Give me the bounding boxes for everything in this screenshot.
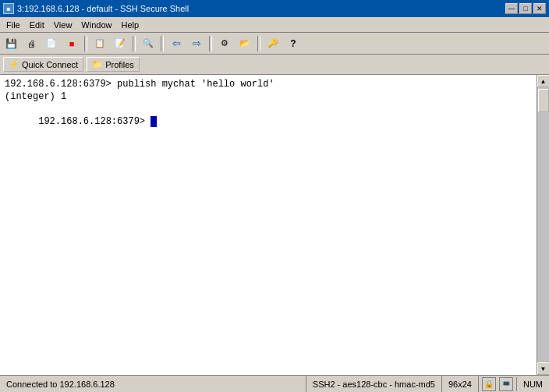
terminal-container: 192.168.6.128:6379> publish mychat 'hell… xyxy=(0,75,549,375)
settings-button[interactable]: ⚙ xyxy=(215,35,234,52)
maximize-button[interactable]: □ xyxy=(519,3,532,14)
status-dimensions: 96x24 xyxy=(442,376,479,392)
menu-file[interactable]: File xyxy=(2,19,25,31)
copy-button[interactable]: 📋 xyxy=(90,35,109,52)
find-icon: 🔍 xyxy=(143,38,154,48)
profiles-button[interactable]: 📁 Profiles xyxy=(87,57,140,72)
status-icon-2: 💻 xyxy=(499,377,513,391)
close-button[interactable]: ✕ xyxy=(533,3,546,14)
status-connection: Connected to 192.168.6.128 xyxy=(0,376,306,392)
download-icon: ⇨ xyxy=(193,37,201,49)
terminal-line-1: 192.168.6.128:6379> publish mychat 'hell… xyxy=(5,78,532,90)
filemgr-icon: 📂 xyxy=(239,38,250,48)
key-icon: 🔑 xyxy=(267,38,278,48)
minimize-button[interactable]: — xyxy=(505,3,518,14)
app-icon: ■ xyxy=(3,3,14,14)
toolbar: 💾 🖨 📄 ■ 📋 📝 🔍 ⇦ ⇨ ⚙ 📂 🔑 ? xyxy=(0,33,549,55)
new-button[interactable]: 📄 xyxy=(42,35,61,52)
quick-connect-button[interactable]: ⚡ Quick Connect xyxy=(3,57,83,72)
new-icon: 📄 xyxy=(46,38,57,48)
toolbar-separator-3 xyxy=(161,36,164,51)
status-bar: Connected to 192.168.6.128 SSH2 - aes128… xyxy=(0,375,549,392)
terminal-cursor xyxy=(151,116,157,127)
toolbar-separator-4 xyxy=(209,36,212,51)
scrollbar-track xyxy=(537,87,549,362)
scrollbar-thumb[interactable] xyxy=(538,89,549,112)
filemgr-button[interactable]: 📂 xyxy=(236,35,254,52)
find-button[interactable]: 🔍 xyxy=(139,35,158,52)
status-icons: 🔒 💻 xyxy=(479,377,517,391)
terminal-content[interactable]: 192.168.6.128:6379> publish mychat 'hell… xyxy=(0,75,537,375)
help-button[interactable]: ? xyxy=(284,35,303,52)
status-encryption: SSH2 - aes128-cbc - hmac-md5 xyxy=(306,376,442,392)
download-button[interactable]: ⇨ xyxy=(187,35,206,52)
stop-button[interactable]: ■ xyxy=(62,35,81,52)
key-button[interactable]: 🔑 xyxy=(264,35,282,52)
menu-bar: File Edit View Window Help xyxy=(0,17,549,33)
terminal-line-3: 192.168.6.128:6379> xyxy=(5,103,532,140)
quick-connect-icon: ⚡ xyxy=(9,59,19,69)
terminal-scrollbar: ▲ ▼ xyxy=(537,75,549,375)
folder-icon: 📁 xyxy=(92,59,103,69)
status-icon-1: 🔒 xyxy=(482,377,496,391)
upload-icon: ⇦ xyxy=(172,37,181,49)
menu-window[interactable]: Window xyxy=(76,19,116,31)
paste-icon: 📝 xyxy=(115,38,126,48)
title-bar: ■ 3:192.168.6.128 - default - SSH Secure… xyxy=(0,0,549,17)
window-title: 3:192.168.6.128 - default - SSH Secure S… xyxy=(17,4,189,13)
menu-edit[interactable]: Edit xyxy=(25,19,49,31)
copy-icon: 📋 xyxy=(94,38,105,48)
quick-connect-label: Quick Connect xyxy=(22,60,78,69)
upload-button[interactable]: ⇦ xyxy=(167,35,186,52)
save-button[interactable]: 💾 xyxy=(2,35,20,52)
print-icon: 🖨 xyxy=(27,39,36,48)
terminal-line-2: (integer) 1 xyxy=(5,90,532,103)
menu-help[interactable]: Help xyxy=(116,19,143,31)
quick-connect-bar: ⚡ Quick Connect 📁 Profiles xyxy=(0,55,549,75)
menu-view[interactable]: View xyxy=(49,19,77,31)
toolbar-separator-1 xyxy=(84,36,87,51)
status-numlock: NUM xyxy=(517,376,549,392)
scrollbar-up-button[interactable]: ▲ xyxy=(537,75,550,87)
print-button[interactable]: 🖨 xyxy=(22,35,41,52)
scrollbar-down-button[interactable]: ▼ xyxy=(537,362,550,375)
settings-icon: ⚙ xyxy=(221,38,228,48)
toolbar-separator-5 xyxy=(257,36,260,51)
help-icon: ? xyxy=(290,38,296,49)
paste-button[interactable]: 📝 xyxy=(111,35,129,52)
profiles-label: Profiles xyxy=(105,60,134,69)
save-icon: 💾 xyxy=(5,38,17,49)
toolbar-separator-2 xyxy=(133,36,136,51)
stop-icon: ■ xyxy=(69,39,75,48)
